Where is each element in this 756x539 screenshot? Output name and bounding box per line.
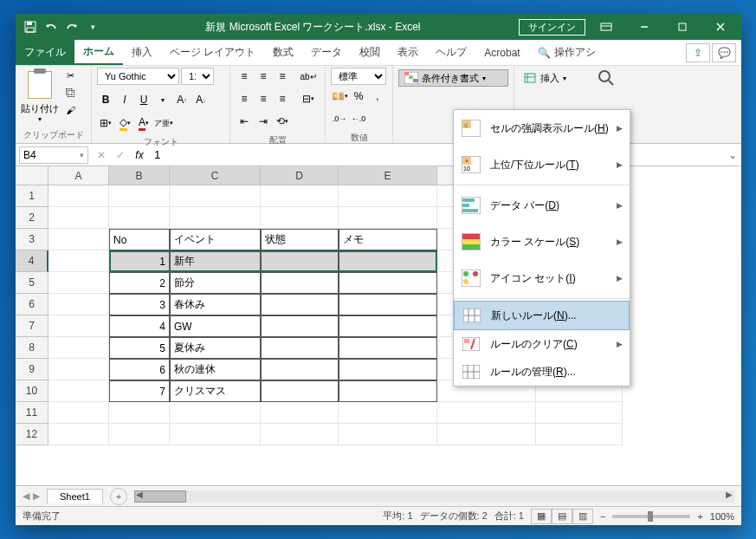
cell[interactable] xyxy=(339,402,437,424)
tab-acrobat[interactable]: Acrobat xyxy=(475,40,528,65)
cell[interactable] xyxy=(48,229,109,250)
font-shrink-button[interactable]: A↓ xyxy=(192,91,210,108)
share-button[interactable]: ⇪ xyxy=(686,43,710,62)
underline-button[interactable]: U xyxy=(135,91,152,108)
cell[interactable] xyxy=(261,250,339,272)
currency-button[interactable]: 💴▾ xyxy=(331,88,348,105)
row-header[interactable]: 3 xyxy=(16,229,48,250)
horizontal-scrollbar[interactable]: ◀ ▶ xyxy=(134,490,734,503)
cell[interactable] xyxy=(536,402,623,424)
cell[interactable] xyxy=(48,185,109,207)
save-icon[interactable] xyxy=(23,19,38,35)
sheet-nav-prev[interactable]: ◀ xyxy=(23,490,29,502)
column-header[interactable]: A xyxy=(48,166,109,185)
signin-button[interactable]: サインイン xyxy=(519,19,585,36)
row-header[interactable]: 10 xyxy=(16,380,48,402)
borders-button[interactable]: ⊞▾ xyxy=(97,114,114,132)
align-bottom-button[interactable]: ≡ xyxy=(274,68,291,85)
paste-button[interactable]: 貼り付け ▾ xyxy=(21,68,59,123)
row-header[interactable]: 12 xyxy=(16,424,48,445)
add-sheet-button[interactable]: + xyxy=(110,488,127,505)
bold-button[interactable]: B xyxy=(97,91,114,108)
cell[interactable] xyxy=(170,185,261,207)
menu-top-bottom-rules[interactable]: 10 上位/下位ルール(T) ▶ xyxy=(454,146,630,183)
fill-color-button[interactable]: ◇▾ xyxy=(116,114,133,132)
view-pagelayout-button[interactable]: ▤ xyxy=(552,509,572,524)
align-left-button[interactable]: ≡ xyxy=(236,90,253,107)
cell[interactable]: 状態 xyxy=(261,229,339,250)
name-box[interactable]: B4▾ xyxy=(19,146,88,164)
column-header[interactable]: E xyxy=(339,166,437,185)
cell[interactable]: 夏休み xyxy=(170,337,261,359)
tab-formulas[interactable]: 数式 xyxy=(264,40,302,65)
cell[interactable] xyxy=(339,185,437,207)
row-header[interactable]: 11 xyxy=(16,402,48,424)
cell[interactable]: メモ xyxy=(339,229,437,250)
tab-data[interactable]: データ xyxy=(302,40,351,65)
cell[interactable] xyxy=(339,337,437,359)
cell[interactable] xyxy=(261,207,339,229)
cell[interactable]: 6 xyxy=(109,359,170,380)
wrap-text-button[interactable]: ab↵ xyxy=(300,68,317,85)
select-all-corner[interactable] xyxy=(16,166,48,185)
find-select-button[interactable] xyxy=(589,68,624,88)
cell[interactable] xyxy=(261,337,339,359)
font-grow-button[interactable]: A↑ xyxy=(173,91,191,108)
view-normal-button[interactable]: ▦ xyxy=(531,509,552,524)
cell[interactable] xyxy=(48,272,109,294)
zoom-out-button[interactable]: − xyxy=(600,511,605,522)
cell[interactable]: 節分 xyxy=(170,272,261,294)
cell[interactable] xyxy=(339,294,437,315)
menu-icon-sets[interactable]: アイコン セット(I) ▶ xyxy=(454,260,630,296)
copy-icon[interactable]: ⿻ xyxy=(62,85,78,101)
tab-home[interactable]: ホーム xyxy=(74,40,123,65)
row-header[interactable]: 4 xyxy=(16,250,48,272)
zoom-slider[interactable] xyxy=(612,515,690,518)
cell[interactable] xyxy=(48,424,109,445)
zoom-in-button[interactable]: + xyxy=(697,511,702,522)
cell[interactable] xyxy=(48,207,109,229)
cell[interactable]: 5 xyxy=(109,337,170,359)
cell[interactable] xyxy=(48,402,109,424)
cell[interactable] xyxy=(261,315,339,337)
cell[interactable] xyxy=(261,272,339,294)
merge-button[interactable]: ⊟▾ xyxy=(300,90,317,107)
menu-color-scales[interactable]: カラー スケール(S) ▶ xyxy=(454,224,630,260)
decimal-increase-button[interactable]: .0→ xyxy=(331,110,348,127)
cell[interactable] xyxy=(339,315,437,337)
percent-button[interactable]: % xyxy=(350,88,367,105)
font-size-select[interactable]: 11 xyxy=(181,68,214,85)
cell[interactable] xyxy=(339,359,437,380)
comments-button[interactable]: 💬 xyxy=(712,43,736,62)
cell[interactable]: 4 xyxy=(109,315,170,337)
cell[interactable]: No xyxy=(109,229,170,250)
menu-clear-rules[interactable]: ルールのクリア(C) ▶ xyxy=(454,330,630,358)
column-header[interactable]: B xyxy=(109,166,170,185)
cell[interactable] xyxy=(261,359,339,380)
menu-highlight-rules[interactable]: ≤ セルの強調表示ルール(H) ▶ xyxy=(454,110,630,146)
indent-decrease-button[interactable]: ⇤ xyxy=(236,113,253,130)
font-name-select[interactable]: Yu Gothic xyxy=(97,68,179,85)
cell[interactable] xyxy=(48,337,109,359)
cell[interactable] xyxy=(261,185,339,207)
expand-formula-bar-icon[interactable]: ⌄ xyxy=(724,149,741,161)
indent-increase-button[interactable]: ⇥ xyxy=(255,113,272,130)
column-header[interactable]: C xyxy=(170,166,261,185)
phonetic-button[interactable]: ア亜▾ xyxy=(154,114,173,132)
row-header[interactable]: 8 xyxy=(16,337,48,359)
cell[interactable] xyxy=(536,424,623,445)
row-header[interactable]: 2 xyxy=(16,207,48,229)
cell[interactable] xyxy=(437,424,536,445)
cell[interactable]: クリスマス xyxy=(170,380,261,402)
row-header[interactable]: 1 xyxy=(16,185,48,207)
row-header[interactable]: 7 xyxy=(16,315,48,337)
format-painter-icon[interactable]: 🖌 xyxy=(62,102,78,118)
cell[interactable] xyxy=(170,424,261,445)
tab-view[interactable]: 表示 xyxy=(389,40,427,65)
sheet-tab[interactable]: Sheet1 xyxy=(47,489,103,503)
number-format-select[interactable]: 標準 xyxy=(331,68,386,85)
cell[interactable] xyxy=(339,207,437,229)
row-header[interactable]: 6 xyxy=(16,294,48,315)
cell[interactable] xyxy=(48,315,109,337)
menu-manage-rules[interactable]: ルールの管理(R)... xyxy=(454,358,630,386)
